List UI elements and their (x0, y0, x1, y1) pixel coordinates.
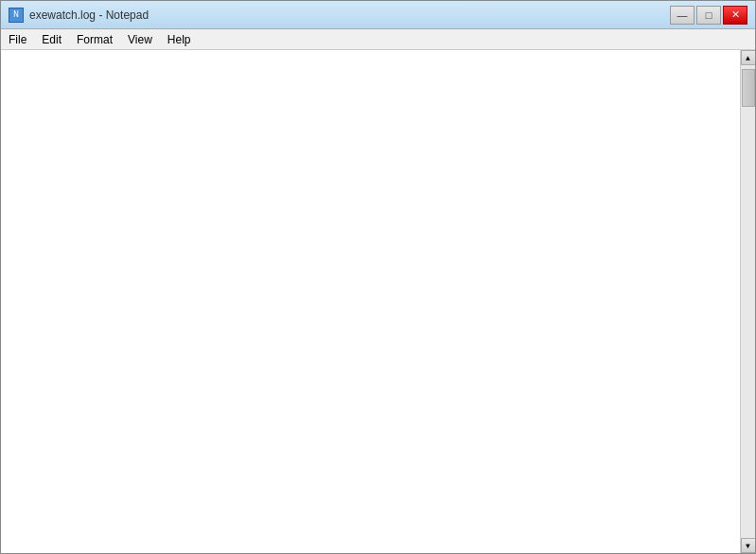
minimize-button[interactable]: — (670, 6, 694, 25)
menu-view[interactable]: View (120, 31, 160, 48)
menu-file[interactable]: File (1, 31, 34, 48)
title-buttons: — □ ✕ (670, 6, 747, 25)
title-bar-left: N exewatch.log - Notepad (9, 8, 149, 23)
menubar: File Edit Format View Help (1, 29, 755, 50)
scroll-down-button[interactable]: ▼ (741, 538, 756, 553)
scroll-track (741, 65, 755, 538)
scroll-up-button[interactable]: ▲ (741, 50, 756, 65)
maximize-button[interactable]: □ (696, 6, 721, 25)
window: N exewatch.log - Notepad — □ ✕ File Edit… (0, 0, 756, 554)
menu-help[interactable]: Help (160, 31, 199, 48)
title-bar: N exewatch.log - Notepad — □ ✕ (1, 1, 755, 29)
text-editor[interactable] (1, 50, 740, 553)
scroll-thumb[interactable] (742, 69, 755, 107)
window-title: exewatch.log - Notepad (29, 9, 149, 22)
menu-format[interactable]: Format (69, 31, 120, 48)
app-icon: N (9, 8, 24, 23)
close-button[interactable]: ✕ (723, 6, 747, 25)
content-area: ▲ ▼ (1, 50, 755, 553)
vertical-scrollbar: ▲ ▼ (740, 50, 755, 553)
menu-edit[interactable]: Edit (34, 31, 69, 48)
